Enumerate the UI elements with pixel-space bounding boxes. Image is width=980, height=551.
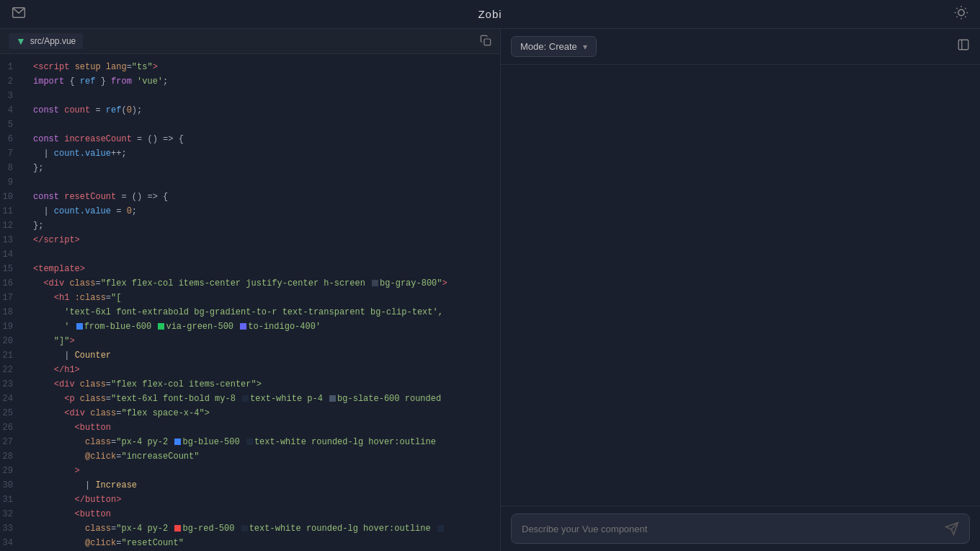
chat-bar <box>501 506 980 551</box>
line-number: 5 <box>0 118 20 132</box>
svg-rect-11 <box>958 40 968 50</box>
code-line: </script> <box>33 233 500 247</box>
code-line: const increaseCount = () => { <box>33 132 500 146</box>
code-line: class="px-4 py-2 bg-blue-500 text-white … <box>33 435 500 449</box>
line-number: 13 <box>0 233 20 247</box>
code-line: <script setup lang="ts"> <box>33 60 500 74</box>
code-line: <template> <box>33 262 500 276</box>
code-line: ' from-blue-600 via-green-500 to-indigo-… <box>33 319 500 334</box>
line-number: 17 <box>0 291 20 305</box>
code-line: import { ref } from 'vue'; <box>33 74 500 89</box>
code-line: > <box>33 464 500 478</box>
app-title: Zobi <box>478 8 502 20</box>
copy-button[interactable] <box>480 35 491 48</box>
line-number: 30 <box>0 478 20 493</box>
file-tab[interactable]: ▼ src/App.vue <box>9 33 83 49</box>
line-number: 14 <box>0 247 20 262</box>
code-line: <button <box>33 420 500 435</box>
code-line: | Increase <box>33 478 500 493</box>
svg-rect-10 <box>484 39 491 45</box>
panel-icon[interactable] <box>957 38 970 55</box>
code-line: <button <box>33 507 500 521</box>
chevron-down-icon: ▾ <box>583 42 587 52</box>
line-number: 11 <box>0 204 20 219</box>
line-number: 26 <box>0 420 20 435</box>
line-number: 33 <box>0 521 20 536</box>
code-line: class="px-4 py-2 bg-red-500 text-white r… <box>33 521 500 536</box>
code-line: | count.value++; <box>33 146 500 161</box>
code-line <box>33 89 500 103</box>
svg-line-9 <box>965 8 966 9</box>
code-line: const count = ref(0); <box>33 103 500 118</box>
code-line: <div class="flex flex-col items-center j… <box>33 276 500 291</box>
line-number: 9 <box>0 175 20 190</box>
line-number: 12 <box>0 219 20 233</box>
code-line: <div class="flex flex-col items-center"> <box>33 377 500 392</box>
line-number: 27 <box>0 435 20 449</box>
line-number: 28 <box>0 449 20 464</box>
right-content <box>501 65 980 506</box>
line-number: 8 <box>0 161 20 175</box>
line-number: 7 <box>0 146 20 161</box>
code-line <box>33 247 500 262</box>
code-line: const resetCount = () => { <box>33 190 500 204</box>
code-line: 'text-6xl font-extrabold bg-gradient-to-… <box>33 305 500 319</box>
svg-line-4 <box>957 8 958 9</box>
code-line: "]"> <box>33 334 500 348</box>
line-number: 21 <box>0 348 20 363</box>
vue-icon: ▼ <box>16 35 26 47</box>
code-line <box>33 118 500 132</box>
line-number: 16 <box>0 276 20 291</box>
line-number: 22 <box>0 363 20 377</box>
code-line <box>33 175 500 190</box>
send-button[interactable] <box>945 521 959 536</box>
line-number: 31 <box>0 493 20 507</box>
right-icons <box>957 38 970 55</box>
code-line: @click="increaseCount" <box>33 449 500 464</box>
code-line: <h1 :class="[ <box>33 291 500 305</box>
code-line: <p class="text-6xl font-bold my-8 text-w… <box>33 392 500 406</box>
svg-line-8 <box>957 16 958 17</box>
code-body: 1234567891011121314151617181920212223242… <box>0 54 500 551</box>
svg-line-5 <box>965 16 966 17</box>
code-line: @click="resetCount" <box>33 536 500 550</box>
line-number: 19 <box>0 319 20 334</box>
app-header: Zobi <box>0 0 980 29</box>
code-line: <div class="flex space-x-4"> <box>33 406 500 420</box>
code-line: | count.value = 0; <box>33 204 500 219</box>
right-toolbar: Mode: Create ▾ <box>501 29 980 65</box>
line-numbers: 1234567891011121314151617181920212223242… <box>0 54 27 551</box>
line-number: 24 <box>0 392 20 406</box>
line-number: 3 <box>0 89 20 103</box>
line-number: 15 <box>0 262 20 276</box>
mode-label: Mode: Create <box>520 41 577 52</box>
main-layout: ▼ src/App.vue 12345678910111213141516171… <box>0 29 980 551</box>
file-tab-label: src/App.vue <box>30 36 76 46</box>
right-panel: Mode: Create ▾ <box>501 29 980 551</box>
line-number: 34 <box>0 536 20 550</box>
line-number: 6 <box>0 132 20 146</box>
code-lines: <script setup lang="ts">import { ref } f… <box>27 54 500 551</box>
line-number: 29 <box>0 464 20 478</box>
line-number: 25 <box>0 406 20 420</box>
line-number: 20 <box>0 334 20 348</box>
code-line: </h1> <box>33 363 500 377</box>
line-number: 1 <box>0 60 20 74</box>
svg-point-1 <box>958 9 964 15</box>
code-line: }; <box>33 219 500 233</box>
line-number: 10 <box>0 190 20 204</box>
theme-icon[interactable] <box>954 5 968 23</box>
chat-input-wrap <box>511 513 970 544</box>
email-icon[interactable] <box>12 5 26 23</box>
line-number: 4 <box>0 103 20 118</box>
line-number: 18 <box>0 305 20 319</box>
chat-input[interactable] <box>522 524 945 534</box>
line-number: 23 <box>0 377 20 392</box>
line-number: 2 <box>0 74 20 89</box>
code-line: </button> <box>33 493 500 507</box>
code-line: }; <box>33 161 500 175</box>
code-line: | Counter <box>33 348 500 363</box>
line-number: 32 <box>0 507 20 521</box>
code-panel: ▼ src/App.vue 12345678910111213141516171… <box>0 29 501 551</box>
mode-dropdown[interactable]: Mode: Create ▾ <box>511 36 597 57</box>
